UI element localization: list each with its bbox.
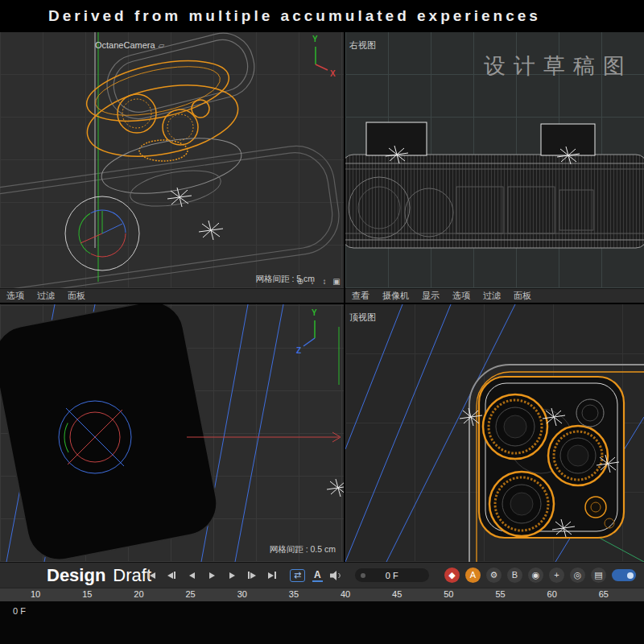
axis-gizmo-sphere[interactable] <box>65 196 139 270</box>
perspective-viewport-menubar: 选项 过滤 面板 <box>0 288 344 303</box>
b-mode-icon[interactable]: B <box>507 568 522 583</box>
timeline-ruler[interactable]: 10 15 20 25 30 35 40 45 50 55 60 65 <box>0 588 644 601</box>
title-design: Design <box>47 565 105 585</box>
sketch-starbursts <box>167 188 223 240</box>
camera-rings-orange <box>81 50 244 167</box>
axis-y-label: Y <box>312 308 317 317</box>
previous-frame-button[interactable] <box>184 568 200 583</box>
right-viewport-canvas[interactable]: 右视图 设计草稿图 <box>345 32 644 288</box>
current-frame-value: 0 F <box>386 571 398 580</box>
target-icon[interactable]: ◎ <box>570 568 585 583</box>
menu-options[interactable]: 选项 <box>452 290 470 302</box>
case-side-profile <box>345 155 644 248</box>
perspective-viewport-canvas[interactable]: Y X OctaneCamera ▱ 网格间距 : 5 cm ⊕ ↓ ↕ ▣ <box>0 32 344 288</box>
timeline-icon-cluster: ◆ A ⚙ B ◉ + ◎ ▤ <box>444 568 644 583</box>
toggle-pill[interactable] <box>612 569 636 581</box>
next-key-button[interactable] <box>244 568 260 583</box>
camera-module <box>479 377 624 538</box>
ruler-tick-label: 50 <box>444 589 453 599</box>
perspective-scene: Y X <box>0 32 344 288</box>
front-view-scene: Y Z <box>0 304 344 562</box>
go-to-end-button[interactable] <box>264 568 280 583</box>
grid-spacing-label: 网格间距 : 0.5 cm <box>270 544 336 555</box>
ruler-tick-label: 45 <box>392 589 402 599</box>
page-title: Derived from multiple accumulated experi… <box>48 7 541 25</box>
ruler-tick-label: 35 <box>289 589 299 599</box>
toggle-pill-dot <box>627 572 634 579</box>
ruler-tick-label: 30 <box>237 589 247 599</box>
ruler-tick-label: 10 <box>31 589 40 599</box>
autokey-button[interactable]: A <box>312 569 323 582</box>
viewport-nav-icons: ⊕ ↓ ↕ ▣ <box>295 277 341 286</box>
camera-name: OctaneCamera <box>95 40 155 50</box>
design-draft-watermark: 设计草稿图 <box>484 52 633 80</box>
view-axis-indicator: Y X <box>312 35 336 78</box>
view-axis-indicator: Y Z <box>296 308 317 355</box>
ruler-tick-label: 25 <box>185 589 195 599</box>
ruler-tick-label: 20 <box>134 589 143 599</box>
camera-bump-profile-left <box>366 122 427 155</box>
phone-case-wireframe <box>0 141 344 288</box>
loop-toggle-button[interactable]: ⇄ <box>290 569 305 582</box>
axis-x-label: X <box>330 69 336 78</box>
current-frame-field[interactable]: 0 F <box>355 568 429 582</box>
sketch-starburst <box>327 479 344 497</box>
sound-toggle-icon[interactable] <box>330 571 342 580</box>
add-keyframe-icon[interactable]: + <box>549 568 564 583</box>
go-to-start-button[interactable] <box>143 568 159 583</box>
camera-record-icon[interactable]: ◉ <box>528 568 543 583</box>
phone-body[interactable] <box>0 304 222 562</box>
previous-key-button[interactable] <box>163 568 180 583</box>
camera-bump-profile-right <box>541 124 595 155</box>
menu-panel[interactable]: 面板 <box>68 290 85 302</box>
play-button[interactable] <box>204 568 220 583</box>
menu-display[interactable]: 显示 <box>422 290 440 302</box>
frame-indicator: 0 F <box>13 606 26 616</box>
camera-object-icon: ▱ <box>159 41 165 50</box>
menu-filter[interactable]: 过滤 <box>483 290 501 302</box>
next-frame-button[interactable] <box>224 568 240 583</box>
x-axis-arrow <box>187 432 341 442</box>
menu-options[interactable]: 选项 <box>6 290 24 302</box>
ruler-tick-label: 65 <box>599 589 609 599</box>
menu-panel[interactable]: 面板 <box>514 290 531 302</box>
right-viewport-menubar: 查看 摄像机 显示 选项 过滤 面板 <box>345 288 644 303</box>
camera-label[interactable]: OctaneCamera ▱ <box>95 40 164 50</box>
front-viewport-canvas[interactable]: Y Z 网格间距 : 0.5 cm <box>0 304 344 562</box>
viewport-top: 顶视图 <box>345 304 644 562</box>
top-banner: Derived from multiple accumulated experi… <box>0 0 644 32</box>
viewport-name-label[interactable]: 顶视图 <box>349 312 376 324</box>
viewport-perspective: Y X OctaneCamera ▱ 网格间距 : 5 cm ⊕ ↓ ↕ ▣ 选… <box>0 32 344 303</box>
ruler-tick-label: 15 <box>82 589 92 599</box>
viewport-grid: Y X OctaneCamera ▱ 网格间距 : 5 cm ⊕ ↓ ↕ ▣ 选… <box>0 32 644 562</box>
frame-slider-handle[interactable] <box>361 573 365 578</box>
ruler-tick-label: 40 <box>341 589 350 599</box>
top-view-scene <box>345 304 644 562</box>
menu-cameras[interactable]: 摄像机 <box>382 290 409 302</box>
menu-view[interactable]: 查看 <box>352 290 369 302</box>
timeline-title: DesignDraft <box>0 565 138 586</box>
axis-z-label: Z <box>296 346 301 355</box>
zoom-icon[interactable]: ↕ <box>320 277 329 286</box>
timeline-bar: DesignDraft ⇄ A 0 F ◆ A ⚙ B ◉ + ◎ ▤ <box>0 562 644 588</box>
bottom-strip: 0 F <box>0 601 644 644</box>
panel-icon[interactable]: ▤ <box>591 568 606 583</box>
record-keyframe-icon[interactable]: ◆ <box>444 568 460 583</box>
autokey-mode-icon[interactable]: A <box>465 568 481 583</box>
transport-controls <box>143 568 280 583</box>
top-viewport-canvas[interactable]: 顶视图 <box>345 304 644 562</box>
ruler-tick-label: 60 <box>547 589 557 599</box>
viewport-right: 右视图 设计草稿图 查看 摄像机 显示 选项 过滤 面板 <box>345 32 644 303</box>
axis-y-label: Y <box>312 35 318 43</box>
pan-icon[interactable]: ⊕ <box>295 277 305 286</box>
maximize-viewport-icon[interactable]: ▣ <box>332 277 341 286</box>
dolly-icon[interactable]: ↓ <box>308 277 317 286</box>
viewport-front: Y Z 网格间距 : 0.5 cm <box>0 304 344 562</box>
viewport-name-label[interactable]: 右视图 <box>349 39 376 52</box>
ruler-tick-label: 55 <box>495 589 505 599</box>
menu-filter[interactable]: 过滤 <box>37 290 55 302</box>
record-options-icon[interactable]: ⚙ <box>486 568 502 583</box>
